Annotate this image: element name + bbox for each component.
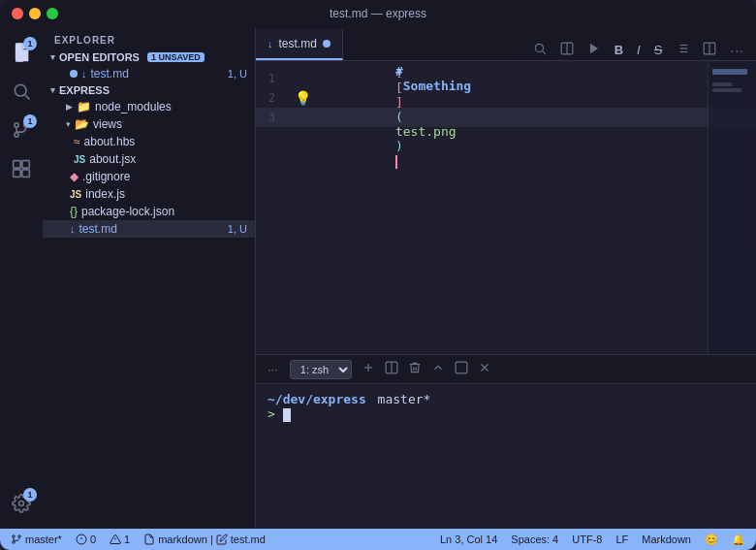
branch-icon <box>11 534 22 545</box>
about-hbs-file[interactable]: ≈ about.hbs <box>43 133 255 150</box>
line-ending-status[interactable]: LF <box>613 534 631 545</box>
emoji-icon: 😊 <box>705 534 718 546</box>
status-bar: master* 0 1 markdown | test.md Ln 3, Col… <box>0 529 756 550</box>
test-md-file[interactable]: ↓ test.md 1, U <box>43 220 255 238</box>
file-status-icon <box>143 534 155 545</box>
italic-icon[interactable]: I <box>633 41 645 59</box>
line-number-2: 2 <box>256 91 291 105</box>
bold-icon[interactable]: B <box>611 41 627 59</box>
warning-count: 1 <box>124 534 130 545</box>
svg-rect-29 <box>456 362 467 373</box>
terminal-header: ··· 1: zsh <box>256 355 756 384</box>
views-label: views <box>93 117 122 131</box>
search-editor-icon[interactable] <box>529 40 551 60</box>
svg-rect-10 <box>22 170 30 178</box>
bell-status[interactable]: 🔔 <box>729 534 748 546</box>
about-hbs-label: about.hbs <box>84 135 136 148</box>
close-terminal-icon[interactable] <box>476 359 493 379</box>
views-folder[interactable]: ▾ 📂 views <box>43 115 255 133</box>
index-js-file[interactable]: JS index.js <box>43 185 255 203</box>
status-filename: test.md <box>231 534 266 545</box>
edit-icon <box>216 534 228 545</box>
open-editors-label: OPEN EDITORS <box>59 51 140 63</box>
bracket-open: [ <box>395 81 403 95</box>
code-editor[interactable]: 1 # Something 2 💡 3 <box>256 61 756 354</box>
encoding-status[interactable]: UTF-8 <box>569 534 605 545</box>
svg-point-34 <box>18 535 21 538</box>
window-title: test.md — express <box>330 7 426 20</box>
explorer-icon[interactable]: 1 <box>4 35 39 70</box>
list-icon[interactable] <box>672 40 693 60</box>
terminal-body[interactable]: ~/dev/express master* > <box>256 384 756 529</box>
open-editor-filename: test.md <box>91 67 129 81</box>
minimize-button[interactable] <box>29 8 41 19</box>
svg-rect-9 <box>14 170 21 178</box>
branch-status[interactable]: master* <box>8 534 65 545</box>
spaces-label: Spaces: 4 <box>511 534 558 545</box>
svg-point-11 <box>19 501 24 506</box>
close-button[interactable] <box>12 8 23 19</box>
more-options-icon[interactable]: ··· <box>726 41 748 60</box>
svg-point-4 <box>15 133 18 137</box>
svg-marker-16 <box>590 44 598 54</box>
node-modules-folder[interactable]: ▶ 📁 node_modules <box>43 98 255 115</box>
split-editor-icon[interactable] <box>556 40 578 60</box>
split-view-icon[interactable] <box>699 40 720 60</box>
svg-point-33 <box>13 541 16 544</box>
express-section[interactable]: ▾ EXPRESS <box>43 82 255 98</box>
cursor-position: Ln 3, Col 14 <box>440 534 497 545</box>
search-activity-icon[interactable] <box>4 74 39 109</box>
run-icon[interactable] <box>583 40 605 60</box>
open-editor-test-md[interactable]: ↓ test.md 1, U <box>43 65 255 82</box>
index-js-label: index.js <box>85 187 125 201</box>
gitignore-file[interactable]: ◆ .gitignore <box>43 168 255 185</box>
delete-terminal-icon[interactable] <box>406 359 424 379</box>
package-lock-file[interactable]: {} package-lock.json <box>43 203 255 220</box>
folder-open-icon: 📂 <box>75 117 89 131</box>
settings-icon[interactable]: 1 <box>4 486 39 521</box>
code-line-3: 3 ! [ ] ( test.png ) <box>256 108 756 127</box>
extensions-icon[interactable] <box>4 151 39 186</box>
language-mode-status[interactable]: markdown | test.md <box>141 534 268 545</box>
open-editors-section[interactable]: ▾ OPEN EDITORS 1 UNSAVED <box>43 49 255 65</box>
spaces-status[interactable]: Spaces: 4 <box>508 534 561 545</box>
js-icon: JS <box>70 189 81 200</box>
language-status[interactable]: Markdown <box>639 534 694 545</box>
source-control-badge: 1 <box>23 114 37 128</box>
chevron-down-icon: ▾ <box>50 52 55 62</box>
pipe-separator: | <box>210 534 213 545</box>
errors-status[interactable]: 0 <box>73 534 99 545</box>
source-control-icon[interactable]: 1 <box>4 113 39 147</box>
language-mode: markdown <box>158 534 207 545</box>
minimap <box>708 61 756 354</box>
split-terminal-icon[interactable] <box>383 359 400 379</box>
terminal-more-icon[interactable]: ··· <box>264 360 282 378</box>
terminal-prompt: > <box>268 406 283 421</box>
settings-badge: 1 <box>23 488 37 501</box>
terminal: ··· 1: zsh <box>256 354 756 529</box>
line-number-1: 1 <box>256 72 291 85</box>
position-status[interactable]: Ln 3, Col 14 <box>437 534 500 545</box>
terminal-path: ~/dev/express <box>268 392 366 406</box>
new-terminal-icon[interactable] <box>360 359 377 379</box>
sidebar-header: EXPLORER <box>43 27 255 49</box>
svg-point-3 <box>15 123 18 127</box>
jsx-icon: JS <box>74 154 85 165</box>
terminal-shell-select[interactable]: 1: zsh <box>290 360 352 379</box>
window-controls <box>12 8 58 19</box>
maximize-button[interactable] <box>47 8 58 19</box>
warnings-status[interactable]: 1 <box>107 534 133 545</box>
encoding-label: UTF-8 <box>572 534 602 545</box>
branch-name: master* <box>25 534 62 545</box>
strikethrough-icon[interactable]: S <box>650 41 667 59</box>
maximize-terminal-icon[interactable] <box>453 359 470 379</box>
emoji-status[interactable]: 😊 <box>702 534 721 546</box>
bracket-close: ] <box>395 95 403 110</box>
collapse-terminal-icon[interactable] <box>429 359 447 379</box>
about-jsx-file[interactable]: JS about.jsx <box>43 150 255 168</box>
tab-test-md[interactable]: ↓ test.md <box>256 29 343 60</box>
package-lock-label: package-lock.json <box>81 205 174 218</box>
line-content-3: ! [ ] ( test.png ) <box>304 61 756 183</box>
titlebar: test.md — express <box>0 0 756 27</box>
sidebar: EXPLORER ▾ OPEN EDITORS 1 UNSAVED ↓ test… <box>43 27 256 529</box>
